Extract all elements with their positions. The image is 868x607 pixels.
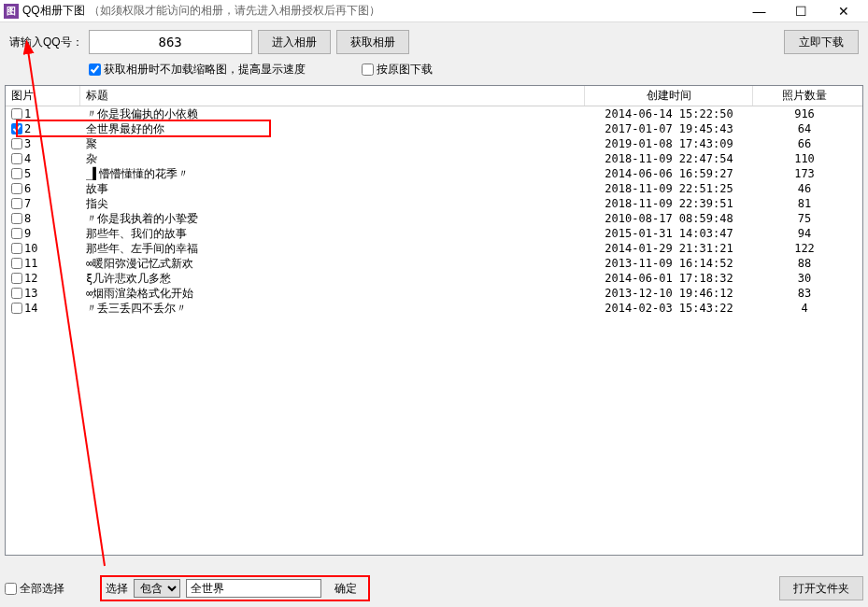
row-checkbox[interactable] [11, 228, 22, 239]
no-thumb-checkbox[interactable]: 获取相册时不加载缩略图，提高显示速度 [89, 62, 306, 78]
table-row[interactable]: 1〃你是我偏执的小依赖2014-06-14 15:22:50916 [6, 106, 862, 121]
original-label: 按原图下载 [377, 62, 433, 78]
enter-album-button[interactable]: 进入相册 [258, 30, 331, 54]
row-pic-cell: 9 [6, 227, 80, 240]
row-index: 6 [24, 182, 31, 195]
row-index: 12 [24, 272, 37, 285]
row-count: 81 [753, 197, 856, 210]
row-count: 83 [753, 287, 856, 300]
row-count: 75 [753, 212, 856, 225]
table-row[interactable]: 6故事2018-11-09 22:51:2546 [6, 181, 862, 196]
filter-confirm-button[interactable]: 确定 [327, 581, 364, 597]
table-row[interactable]: 7指尖2018-11-09 22:39:5181 [6, 196, 862, 211]
no-thumb-label: 获取相册时不加载缩略图，提高显示速度 [104, 62, 306, 78]
row-checkbox[interactable] [11, 138, 22, 149]
row-index: 5 [24, 167, 31, 180]
row-pic-cell: 5 [6, 167, 80, 180]
row-time: 2014-02-03 15:43:22 [585, 302, 753, 315]
table-row[interactable]: 2全世界最好的你2017-01-07 19:45:4364 [6, 121, 862, 136]
row-checkbox[interactable] [11, 123, 22, 134]
row-checkbox[interactable] [11, 198, 22, 209]
row-time: 2013-12-10 19:46:12 [585, 287, 753, 300]
window-title: QQ相册下图 [22, 3, 85, 19]
select-all-label: 全部选择 [20, 581, 64, 597]
minimize-button[interactable]: — [738, 0, 780, 22]
row-checkbox[interactable] [11, 168, 22, 179]
row-index: 1 [24, 107, 31, 120]
get-album-button[interactable]: 获取相册 [336, 30, 409, 54]
original-check[interactable] [362, 64, 374, 76]
row-checkbox[interactable] [11, 108, 22, 120]
row-pic-cell: 4 [6, 152, 80, 165]
app-icon: 图 [4, 4, 19, 19]
row-count: 30 [753, 272, 856, 285]
filter-highlight: 选择 包含 确定 [100, 575, 370, 601]
row-checkbox[interactable] [11, 243, 22, 254]
table-row[interactable]: 12ξ几许悲欢几多愁2014-06-01 17:18:3230 [6, 271, 862, 286]
row-count: 122 [753, 242, 856, 255]
row-title: 故事 [80, 181, 585, 197]
titlebar: 图 QQ相册下图 （如须权限才能访问的相册，请先进入相册授权后再下图） — ☐ … [0, 0, 868, 22]
row-pic-cell: 13 [6, 287, 80, 300]
open-folder-button[interactable]: 打开文件夹 [779, 576, 863, 600]
table-row[interactable]: 13∞烟雨渲染格式化开始2013-12-10 19:46:1283 [6, 286, 862, 301]
row-time: 2017-01-07 19:45:43 [585, 122, 753, 135]
row-index: 4 [24, 152, 31, 165]
table-body[interactable]: 1〃你是我偏执的小依赖2014-06-14 15:22:509162全世界最好的… [6, 106, 862, 555]
table-row[interactable]: 14〃丢三丢四不丢尔〃2014-02-03 15:43:224 [6, 301, 862, 316]
table-row[interactable]: 8〃你是我执着的小挚爱2010-08-17 08:59:4875 [6, 211, 862, 226]
row-time: 2018-11-09 22:39:51 [585, 197, 753, 210]
qq-input[interactable] [89, 30, 252, 54]
row-time: 2014-01-29 21:31:21 [585, 242, 753, 255]
col-header-title[interactable]: 标题 [80, 86, 585, 106]
row-title: 杂 [80, 151, 585, 167]
qq-label: 请输入QQ号： [9, 35, 83, 50]
row-pic-cell: 10 [6, 242, 80, 255]
row-count: 88 [753, 257, 856, 270]
close-button[interactable]: ✕ [822, 0, 864, 22]
table-row[interactable]: 4杂2018-11-09 22:47:54110 [6, 151, 862, 166]
row-pic-cell: 2 [6, 122, 80, 135]
row-pic-cell: 12 [6, 272, 80, 285]
row-count: 66 [753, 137, 856, 150]
options-row: 获取相册时不加载缩略图，提高显示速度 按原图下载 [0, 58, 868, 85]
col-header-pic[interactable]: 图片 [6, 86, 80, 106]
window-controls: — ☐ ✕ [738, 0, 864, 22]
row-count: 173 [753, 167, 856, 180]
row-title: ∞烟雨渲染格式化开始 [80, 286, 585, 302]
row-count: 94 [753, 227, 856, 240]
col-header-time[interactable]: 创建时间 [585, 86, 753, 106]
row-index: 14 [24, 302, 37, 315]
filter-select-label: 选择 [106, 581, 128, 597]
no-thumb-check[interactable] [89, 64, 101, 76]
table-row[interactable]: 10那些年、左手间的幸福2014-01-29 21:31:21122 [6, 241, 862, 256]
original-checkbox[interactable]: 按原图下载 [362, 62, 433, 78]
row-checkbox[interactable] [11, 183, 22, 194]
filter-input[interactable] [186, 579, 321, 598]
table-row[interactable]: 9那些年、我们的故事2015-01-31 14:03:4794 [6, 226, 862, 241]
select-all-checkbox[interactable]: 全部选择 [5, 581, 64, 597]
row-checkbox[interactable] [11, 213, 22, 224]
table-area: 图片 标题 创建时间 照片数量 1〃你是我偏执的小依赖2014-06-14 15… [5, 85, 863, 556]
row-checkbox[interactable] [11, 273, 22, 284]
download-now-button[interactable]: 立即下载 [784, 30, 859, 54]
table-row[interactable]: 3聚2019-01-08 17:43:0966 [6, 136, 862, 151]
row-count: 110 [753, 152, 856, 165]
table-row[interactable]: 11∞暖阳弥漫记忆式新欢2013-11-09 16:14:5288 [6, 256, 862, 271]
row-checkbox[interactable] [11, 288, 22, 299]
select-all-check[interactable] [5, 583, 17, 595]
row-checkbox[interactable] [11, 258, 22, 269]
row-pic-cell: 1 [6, 107, 80, 120]
row-time: 2013-11-09 16:14:52 [585, 257, 753, 270]
row-index: 8 [24, 212, 31, 225]
row-checkbox[interactable] [11, 153, 22, 164]
maximize-button[interactable]: ☐ [780, 0, 822, 22]
filter-mode-select[interactable]: 包含 [134, 579, 180, 598]
window-note: （如须权限才能访问的相册，请先进入相册授权后再下图） [89, 3, 380, 19]
table-row[interactable]: 5_▌懵懵懂懂的花季〃2014-06-06 16:59:27173 [6, 166, 862, 181]
col-header-count[interactable]: 照片数量 [753, 86, 856, 106]
row-checkbox[interactable] [11, 303, 22, 314]
row-index: 2 [24, 122, 31, 135]
row-pic-cell: 11 [6, 257, 80, 270]
row-pic-cell: 3 [6, 137, 80, 150]
